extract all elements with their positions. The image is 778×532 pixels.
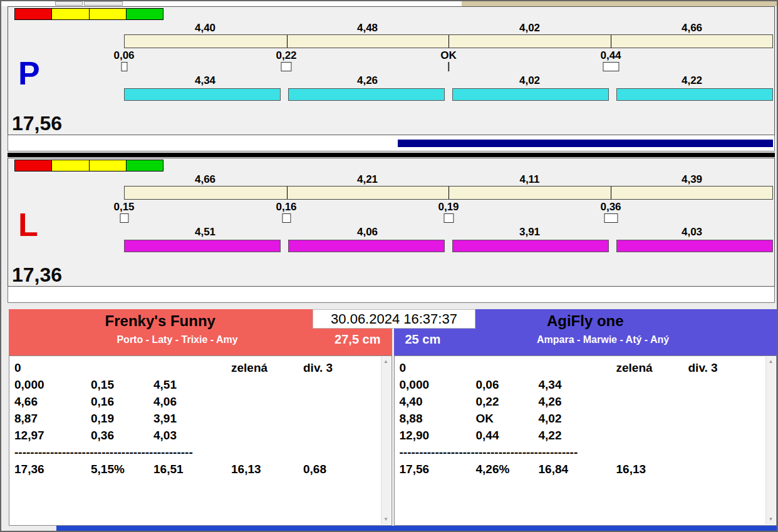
lane-letter: P (18, 57, 40, 90)
result-cell: 12,90 (400, 429, 476, 446)
start-light-indicator (14, 8, 163, 20)
total-cell: 16,51 (153, 463, 231, 479)
result-cell (231, 429, 303, 446)
lap-time-value: 4,03 (611, 226, 773, 238)
light-yellow-segment (52, 9, 89, 19)
result-cell: 4,03 (153, 429, 231, 446)
window-tab-small[interactable] (84, 1, 123, 6)
scrollbar[interactable]: ▲ ▼ (765, 357, 775, 524)
scale-tick (449, 35, 449, 48)
taskbar-strip[interactable] (56, 526, 777, 531)
result-cell: 0,16 (91, 395, 153, 412)
light-green-segment (127, 9, 163, 19)
result-row: 12,97 0,36 4,03 (14, 429, 375, 446)
result-cell (303, 378, 375, 395)
lap-bar (616, 88, 773, 101)
scrollbar[interactable]: ▲ ▼ (381, 357, 391, 524)
result-cell (231, 378, 303, 395)
total-cell: 0,68 (303, 463, 375, 479)
team-results-right[interactable]: 0 zelená div. 3 0,000 0,06 4,34 4,40 0,2… (394, 356, 777, 526)
lap-bar (616, 240, 773, 252)
result-cell (616, 429, 688, 446)
lap-bars-row (124, 88, 773, 101)
result-cell (616, 378, 688, 395)
changeover-marker (120, 213, 128, 223)
scroll-up-arrow[interactable]: ▲ (766, 357, 775, 367)
result-cell: 0,000 (400, 378, 476, 395)
team-members: Ampara - Marwie - Atý - Aný (440, 334, 765, 345)
changeover-row: 0,15 0,16 0,19 0,36 (124, 200, 773, 226)
lane-panel-p: P 4,40 4,48 4,02 4,66 0,06 0,22 (8, 6, 775, 151)
scroll-down-arrow[interactable]: ▼ (381, 514, 391, 524)
progress-track (8, 287, 775, 303)
result-cell: 12,97 (14, 429, 91, 446)
segment-time-value: 4,66 (611, 22, 773, 34)
light-yellow-segment (52, 160, 89, 171)
result-cell: 0,000 (14, 378, 91, 395)
timing-app-window: { "panels": [ { "letter": "P", "letter_c… (0, 0, 778, 532)
team-subheader: Porto - Laty - Trixie - Amy 27,5 cm (9, 332, 392, 347)
segment-time-value: 4,40 (124, 22, 286, 34)
result-cell: 3,91 (153, 412, 231, 429)
segment-times-row: 4,66 4,21 4,11 4,39 (124, 173, 773, 186)
lane-letter: L (18, 208, 38, 241)
total-cell: 16,13 (231, 463, 303, 479)
team-column-right: AgiFly one 25 cm Ampara - Marwie - Atý -… (394, 309, 777, 526)
changeover-marker (443, 213, 454, 223)
total-cell: 17,56 (400, 463, 476, 479)
lap-bar (124, 88, 281, 101)
result-cell: 4,26 (539, 395, 616, 412)
background-window-area (462, 1, 777, 6)
light-yellow-segment (90, 160, 127, 171)
window-tab-small[interactable] (55, 1, 83, 6)
result-row: 0,000 0,15 4,51 (14, 378, 375, 395)
lap-time-value: 4,22 (611, 74, 773, 87)
result-row: 8,88 OK 4,02 (400, 412, 760, 429)
team-column-left: Frenky's Funny Porto - Laty - Trixie - A… (9, 309, 392, 526)
scale-tick (611, 35, 611, 48)
totals-row: 17,56 4,26% 16,84 16,13 (400, 463, 760, 479)
changeover-time: 0,19 (438, 201, 459, 212)
result-cell: 0 (14, 361, 91, 378)
lap-time-value: 4,26 (286, 74, 449, 87)
result-cell: 0,36 (91, 429, 153, 446)
changeover-gate: OK (440, 49, 457, 71)
total-cell: 16,84 (539, 463, 616, 479)
result-row: 8,87 0,19 3,91 (14, 412, 375, 429)
timing-strip: 4,40 4,48 4,02 4,66 0,06 0,22 (124, 22, 773, 101)
changeover-time: 0,36 (600, 201, 621, 212)
result-cell (231, 412, 303, 429)
total-cell (688, 463, 760, 479)
changeover-time: 0,44 (600, 49, 621, 61)
team-members: Porto - Laty - Trixie - Amy (20, 334, 335, 345)
results-area: 30.06.2024 16:37:37 Frenky's Funny Porto… (9, 309, 777, 526)
scroll-up-arrow[interactable]: ▲ (381, 357, 391, 367)
changeover-gate: 0,06 (113, 49, 134, 71)
result-cell: 0,06 (476, 378, 539, 395)
changeover-marker (281, 62, 292, 71)
timing-scale-bar (124, 186, 773, 200)
jump-height: 25 cm (405, 332, 441, 347)
scroll-down-arrow[interactable]: ▼ (766, 514, 775, 524)
result-cell (688, 412, 760, 429)
result-cell: 4,40 (400, 395, 476, 412)
lap-times-row: 4,51 4,06 3,91 4,03 (124, 226, 773, 238)
result-cell: 0 (400, 361, 476, 378)
result-cell (231, 395, 303, 412)
changeover-time: 0,06 (113, 49, 134, 61)
lap-time-value: 4,51 (124, 226, 286, 238)
total-cell: 16,13 (616, 463, 688, 479)
team-results-left[interactable]: 0 zelená div. 3 0,000 0,15 4,51 4,66 0,1… (9, 356, 392, 526)
changeover-marker (604, 213, 618, 223)
total-cell: 5,15% (91, 463, 153, 479)
lane-p-box: P 4,40 4,48 4,02 4,66 0,06 0,22 (8, 6, 775, 135)
segment-time-value: 4,11 (449, 173, 611, 186)
lap-bar (288, 88, 445, 101)
changeover-marker (603, 62, 619, 71)
result-row: 0 zelená div. 3 (400, 361, 760, 378)
changeover-gate: 0,15 (113, 201, 134, 223)
changeover-marker (282, 213, 291, 223)
scale-tick (449, 187, 449, 199)
start-light-indicator (14, 160, 163, 171)
timestamp: 30.06.2024 16:37:37 (313, 309, 475, 329)
